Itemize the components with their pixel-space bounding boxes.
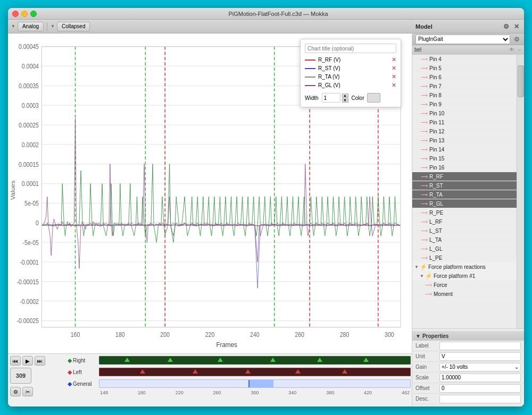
- model-item-pin4[interactable]: ⟶ Pin 4: [412, 55, 517, 64]
- model-item-pin5[interactable]: ⟶ Pin 5: [412, 64, 517, 73]
- color-swatch[interactable]: [367, 93, 380, 103]
- right-scrollbar[interactable]: [517, 55, 524, 328]
- collapsed-button[interactable]: Collapsed: [57, 22, 90, 31]
- force-icon: ⚡: [420, 264, 427, 270]
- model-item-pin13[interactable]: ⟶ Pin 13: [412, 136, 517, 145]
- series-color-rgl: [305, 85, 315, 86]
- rgl-icon: ⟶: [421, 201, 428, 206]
- force-platform-1-section[interactable]: ▼ ⚡ Force platform #1: [412, 272, 517, 281]
- model-item-lrf[interactable]: ⟶ L_RF: [412, 217, 517, 226]
- series-remove-rst[interactable]: ✕: [392, 65, 396, 72]
- svg-text:260: 260: [295, 332, 304, 338]
- model-list: ⟶ Pin 4 ⟶ Pin 5 ⟶ Pin 6 ⟶ Pin 7: [412, 55, 517, 328]
- model-item-pin14[interactable]: ⟶ Pin 14: [412, 145, 517, 154]
- series-remove-rrf[interactable]: ✕: [392, 56, 396, 63]
- maximize-button[interactable]: [30, 11, 37, 17]
- model-item-pin7[interactable]: ⟶ Pin 7: [412, 82, 517, 91]
- tools-button[interactable]: ⚙: [10, 387, 21, 396]
- force-item[interactable]: ⟶ Force: [412, 281, 517, 290]
- svg-text:0.0001: 0.0001: [22, 181, 39, 188]
- tick-148: 148: [100, 390, 108, 395]
- series-row-rgl: R_GL (V) ✕: [305, 82, 396, 89]
- model-item-rst[interactable]: ⟶ R_ST: [412, 181, 517, 190]
- svg-text:160: 160: [71, 332, 80, 338]
- toolbar-separator: [47, 22, 47, 31]
- minimize-button[interactable]: [21, 11, 28, 17]
- play-button[interactable]: ▶: [22, 356, 33, 366]
- width-stepper: ▲ ▼: [342, 94, 348, 103]
- svg-text:0.00025: 0.00025: [19, 122, 39, 129]
- label-field-value[interactable]: [439, 342, 521, 350]
- scale-field-value[interactable]: 1.00000: [439, 374, 521, 382]
- svg-text:Frames: Frames: [216, 341, 237, 349]
- dropdown-arrow: ▼: [11, 24, 15, 29]
- svg-text:280: 280: [340, 332, 350, 338]
- desc-field-value[interactable]: [439, 395, 521, 403]
- width-increment[interactable]: ▲: [342, 94, 348, 98]
- svg-text:220: 220: [205, 332, 215, 338]
- model-select[interactable]: PlugInGait: [415, 35, 510, 44]
- pin11-icon: ⟶: [421, 120, 428, 125]
- model-header: PlugInGait ⚙: [412, 33, 524, 45]
- series-label-rst: R_ST (V): [318, 65, 340, 71]
- model-item-lta[interactable]: ⟶ L_TA: [412, 235, 517, 244]
- model-item-rrf[interactable]: ⟶ R_RF: [412, 172, 517, 181]
- model-item-pin10[interactable]: ⟶ Pin 10: [412, 109, 517, 118]
- chart-area: 0.00045 0.0004 0.00035 0.0003 0.00025 0.…: [8, 33, 412, 353]
- force-platform-section[interactable]: ▼ ⚡ Force platform reactions: [412, 262, 517, 272]
- model-item-pin16[interactable]: ⟶ Pin 16: [412, 163, 517, 172]
- model-item-rpe[interactable]: ⟶ R_PE: [412, 208, 517, 217]
- chart-series-list: R_RF (V) ✕ R_ST (V) ✕ R_TA (V): [305, 56, 396, 89]
- chart-title-input[interactable]: [305, 44, 396, 53]
- model-item-pin8[interactable]: ⟶ Pin 8: [412, 91, 517, 100]
- settings-icon[interactable]: ⚙: [502, 22, 510, 31]
- model-item-lpe[interactable]: ⟶ L_PE: [412, 253, 517, 262]
- unit-field-value[interactable]: V: [439, 352, 521, 361]
- analog-button[interactable]: Analog: [18, 22, 44, 31]
- clip-button[interactable]: ✂: [22, 387, 33, 396]
- titlebar: PiGMotion-FlatFoot-Full.c3d — Mokka: [8, 8, 524, 20]
- model-item-pin15[interactable]: ⟶ Pin 15: [412, 154, 517, 163]
- popup-footer: Width 1 ▲ ▼ Color: [305, 93, 396, 103]
- series-row-rrf: R_RF (V) ✕: [305, 56, 396, 63]
- width-input[interactable]: 1: [322, 93, 340, 103]
- svg-text:0.00035: 0.00035: [19, 82, 39, 89]
- close-panel-icon[interactable]: ✕: [512, 22, 521, 31]
- width-label: Width: [305, 95, 319, 101]
- lrf-icon: ⟶: [421, 219, 428, 224]
- gain-field-value[interactable]: +/- 10 volts ⌄: [439, 363, 521, 371]
- model-title: Model: [415, 23, 433, 30]
- model-item-pin11[interactable]: ⟶ Pin 11: [412, 118, 517, 127]
- pin6-label: Pin 6: [429, 74, 442, 80]
- offset-field-value[interactable]: 0: [439, 384, 521, 393]
- svg-text:0.0004: 0.0004: [22, 63, 39, 70]
- model-item-pin12[interactable]: ⟶ Pin 12: [412, 127, 517, 136]
- model-item-rgl[interactable]: ⟶ R_GL: [412, 199, 517, 208]
- section-triangle-icon: ▼: [414, 265, 419, 269]
- frame-counter: 309: [10, 368, 31, 384]
- close-button[interactable]: [12, 11, 19, 17]
- scale-field-label: Scale: [415, 375, 439, 380]
- unit-field-label: Unit: [415, 353, 439, 359]
- series-remove-rgl[interactable]: ✕: [392, 82, 396, 89]
- model-item-pin9[interactable]: ⟶ Pin 9: [412, 100, 517, 109]
- next-frame-button[interactable]: ⏭: [35, 356, 45, 366]
- lta-label: L_TA: [429, 237, 442, 243]
- model-item-rta[interactable]: ⟶ R_TA: [412, 190, 517, 199]
- model-item-pin6[interactable]: ⟶ Pin 6: [412, 73, 517, 82]
- series-label-rrf: R_RF (V): [318, 57, 340, 63]
- width-decrement[interactable]: ▼: [342, 98, 348, 103]
- model-item-lst[interactable]: ⟶ L_ST: [412, 226, 517, 235]
- list-header-eye: 👁: [509, 47, 514, 53]
- timeline-area: ⏮ ▶ ⏭ 309 ⚙ ✂: [8, 353, 412, 406]
- prev-frame-button[interactable]: ⏮: [10, 356, 21, 366]
- svg-text:0.00045: 0.00045: [19, 44, 39, 50]
- model-item-lgl[interactable]: ⟶ L_GL: [412, 244, 517, 253]
- series-remove-rta[interactable]: ✕: [392, 73, 396, 80]
- svg-text:-5e-05: -5e-05: [23, 239, 39, 246]
- rta-label: R_TA: [429, 192, 443, 198]
- prop-row-unit: Unit V: [412, 351, 524, 362]
- pin12-label: Pin 12: [429, 129, 444, 134]
- model-settings-icon[interactable]: ⚙: [512, 35, 521, 44]
- moment-item[interactable]: ⟶ Moment: [412, 290, 517, 299]
